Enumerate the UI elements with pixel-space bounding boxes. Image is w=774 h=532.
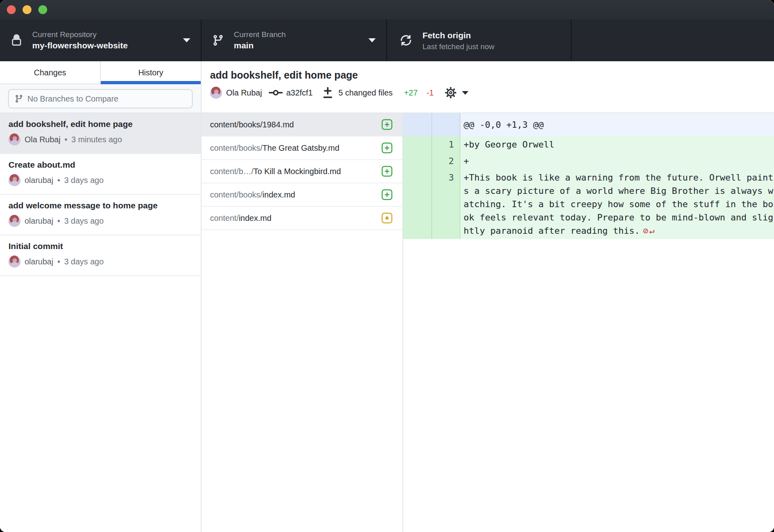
diff-old-gutter <box>403 136 432 153</box>
titlebar[interactable] <box>0 0 774 19</box>
commit-time: 3 days ago <box>64 257 104 266</box>
meta-separator: • <box>64 135 67 144</box>
commit-author: olarubaj <box>25 257 53 266</box>
avatar <box>8 256 21 268</box>
branch-compare-input[interactable] <box>27 94 192 104</box>
file-name: 1984.md <box>262 120 294 129</box>
file-row[interactable]: content/index.md <box>202 207 402 230</box>
avatar <box>8 174 21 186</box>
git-branch-icon <box>15 94 23 103</box>
diff-old-gutter <box>403 153 432 169</box>
avatar <box>8 215 21 227</box>
commit-author: olarubaj <box>25 176 53 185</box>
toolbar-spacer <box>572 19 774 61</box>
app-window: Current Repository my-flowershow-website… <box>0 0 774 532</box>
changed-files-list: content/books/1984.md content/books/The … <box>202 113 403 532</box>
file-added-icon <box>381 189 393 200</box>
meta-separator: • <box>57 216 60 226</box>
diff-line-text: +This book is like a warning from the fu… <box>460 169 774 239</box>
close-button[interactable] <box>7 5 16 14</box>
file-row[interactable]: content/books/The Great Gatsby.md <box>202 137 402 160</box>
git-commit-icon <box>268 89 283 96</box>
file-added-icon <box>381 142 393 154</box>
current-branch-button[interactable]: Current Branch main <box>202 19 387 61</box>
commit-time: 3 days ago <box>64 216 104 226</box>
file-added-icon <box>381 119 393 130</box>
file-row[interactable]: content/books/1984.md <box>202 113 402 137</box>
current-repository-button[interactable]: Current Repository my-flowershow-website <box>0 19 202 61</box>
sidebar: Changes History add bookshelf, edit home… <box>0 61 202 532</box>
git-branch-icon <box>212 34 224 46</box>
diff-added-line: 2 + <box>403 153 774 169</box>
diff-added-line: 3 +This book is like a warning from the … <box>403 169 774 239</box>
branch-compare-box[interactable] <box>8 89 193 108</box>
file-modified-icon <box>381 212 393 224</box>
diff-old-gutter <box>403 169 432 239</box>
fetch-origin-button[interactable]: Fetch origin Last fetched just now <box>387 19 572 61</box>
file-dir: content/books/ <box>210 143 262 153</box>
gear-icon <box>444 86 457 99</box>
file-name: To Kill a Mockingbird.md <box>254 167 341 176</box>
commit-history-list: add bookshelf, edit home page Ola Rubaj … <box>0 113 201 532</box>
commit-title: Initial commit <box>8 241 193 251</box>
current-branch-value: main <box>234 40 286 51</box>
diff-new-line-number: 3 <box>432 169 460 239</box>
file-name: index.md <box>239 214 271 223</box>
diff-line-text-content: +This book is like a warning from the fu… <box>464 172 773 236</box>
diff-new-line-number: 1 <box>432 136 460 153</box>
diff-options-button[interactable] <box>444 86 468 99</box>
chevron-down-icon <box>462 91 468 95</box>
chevron-down-icon <box>183 38 190 42</box>
commit-list-item[interactable]: Initial commit olarubaj • 3 days ago <box>0 235 201 276</box>
diff-new-gutter <box>432 113 460 136</box>
sidebar-tabbar: Changes History <box>0 61 201 84</box>
file-dir: content/ <box>210 214 239 223</box>
diffstat-icon <box>322 86 334 99</box>
changed-files-count: 5 changed files <box>339 88 393 98</box>
diff-hunk-header: @@ -0,0 +1,3 @@ <box>403 113 774 136</box>
commit-list-item[interactable]: Create about.md olarubaj • 3 days ago <box>0 154 201 195</box>
current-repository-value: my-flowershow-website <box>32 40 128 51</box>
meta-separator: • <box>57 176 60 185</box>
commit-time: 3 minutes ago <box>71 135 122 144</box>
commit-detail-author: Ola Rubaj <box>226 88 262 98</box>
commit-author: olarubaj <box>25 216 53 226</box>
minimize-button[interactable] <box>23 5 31 14</box>
commit-time: 3 days ago <box>64 176 104 185</box>
commit-detail-title: add bookshelf, edit home page <box>210 69 766 81</box>
zoom-button[interactable] <box>38 5 47 14</box>
additions-count: +27 <box>404 88 418 98</box>
commit-detail-panel: add bookshelf, edit home page Ola Rubaj … <box>202 61 774 532</box>
file-row[interactable]: content/books/index.md <box>202 183 402 207</box>
diff-new-line-number: 2 <box>432 153 460 169</box>
sync-icon <box>399 33 413 47</box>
meta-separator: • <box>57 257 60 266</box>
file-dir: content/b…/ <box>210 167 254 176</box>
file-dir: content/books/ <box>210 190 262 200</box>
commit-list-item[interactable]: add welcome message to home page olaruba… <box>0 195 201 235</box>
main-area: Changes History add bookshelf, edit home… <box>0 61 774 532</box>
file-name: The Great Gatsby.md <box>262 143 339 153</box>
diff-line-text: +by George Orwell <box>460 136 774 153</box>
fetch-origin-subtitle: Last fetched just now <box>422 42 495 52</box>
tab-history[interactable]: History <box>101 61 201 84</box>
commit-title: add bookshelf, edit home page <box>8 119 193 129</box>
file-row[interactable]: content/b…/To Kill a Mockingbird.md <box>202 160 402 183</box>
toolbar: Current Repository my-flowershow-website… <box>0 19 774 61</box>
tab-changes[interactable]: Changes <box>0 61 101 84</box>
file-name: index.md <box>262 190 295 200</box>
current-branch-label: Current Branch <box>234 30 286 39</box>
commit-hash: a32fcf1 <box>286 88 313 98</box>
chevron-down-icon <box>368 38 376 42</box>
commit-detail-header: add bookshelf, edit home page Ola Rubaj … <box>202 61 774 113</box>
lock-icon <box>10 34 23 46</box>
fetch-origin-label: Fetch origin <box>422 30 495 41</box>
tab-changes-label: Changes <box>34 68 66 77</box>
branch-filter-row <box>0 84 201 113</box>
diff-old-gutter <box>403 113 432 136</box>
commit-list-item[interactable]: add bookshelf, edit home page Ola Rubaj … <box>0 113 201 154</box>
file-dir: content/books/ <box>210 120 262 129</box>
deletions-count: -1 <box>427 88 434 98</box>
diff-added-line: 1 +by George Orwell <box>403 136 774 153</box>
commit-author: Ola Rubaj <box>25 135 60 144</box>
